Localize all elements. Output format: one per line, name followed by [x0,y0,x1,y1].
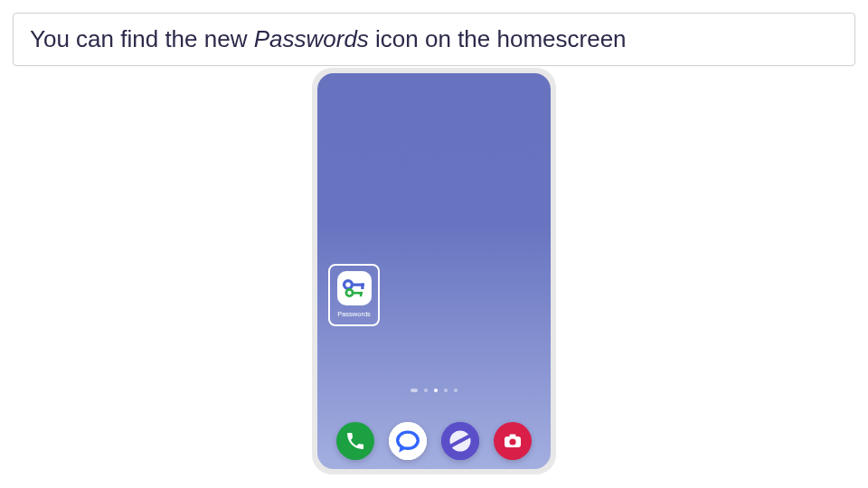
planet-icon [441,422,479,460]
page-indicator-dot[interactable] [424,389,428,392]
phone-icon [345,431,365,451]
dock-messages-button[interactable] [389,422,427,460]
caption-text: You can find the new Passwords icon on t… [30,24,838,54]
svg-rect-5 [359,292,362,296]
caption-highlight: Passwords [254,25,369,52]
svg-point-7 [400,434,417,447]
passwords-app-icon[interactable] [337,271,372,305]
svg-rect-12 [510,435,516,438]
caption-prefix: You can find the new [30,25,254,52]
dock-phone-button[interactable] [336,422,374,460]
page-indicator-dot[interactable] [444,389,448,392]
phone-homescreen[interactable]: Passwords [317,73,551,469]
svg-point-0 [344,281,352,289]
page-indicator-dot-active[interactable] [434,389,438,392]
svg-point-3 [345,289,352,296]
caption-suffix: icon on the homescreen [369,25,627,52]
chat-bubble-icon [389,422,427,460]
page-indicator-home[interactable] [410,389,418,392]
svg-rect-2 [361,284,363,290]
svg-point-13 [509,438,515,445]
page-indicator[interactable] [317,389,551,392]
passwords-app-highlight: Passwords [328,264,380,326]
camera-icon [502,430,524,452]
instruction-caption: You can find the new Passwords icon on t… [13,13,855,66]
phone-frame: Passwords [312,68,556,474]
dock [317,422,551,460]
dock-camera-button[interactable] [494,422,532,460]
passwords-app-label: Passwords [337,310,371,318]
passwords-key-icon [341,277,368,300]
dock-browser-button[interactable] [441,422,479,460]
page-indicator-dot[interactable] [454,389,458,392]
